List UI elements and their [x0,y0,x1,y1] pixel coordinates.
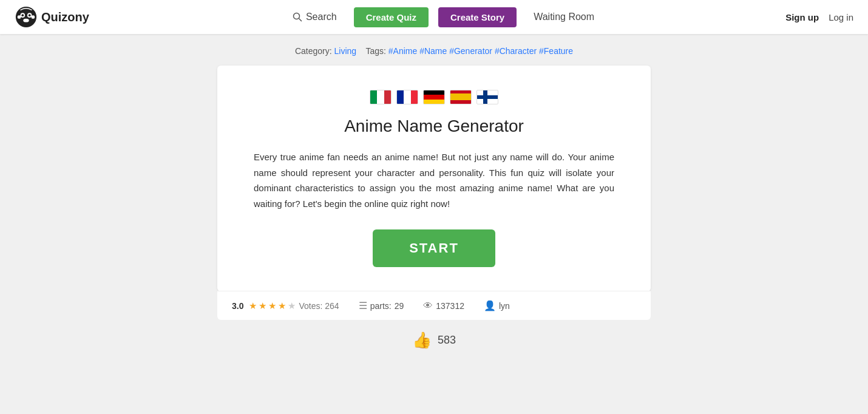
views-item: 👁 137312 [423,300,464,311]
rating-item: 3.0 ★ ★ ★ ★ ★ Votes: 264 [232,300,339,311]
create-story-label: Create Story [450,12,504,22]
svg-point-5 [23,19,29,22]
flag-italy [370,90,392,104]
parts-label: parts: [370,301,392,311]
quiz-card: Anime Name Generator Every true anime fa… [217,66,651,291]
tag-character[interactable]: #Character [495,46,537,56]
flag-germany [423,90,445,104]
flag-spain [450,90,472,104]
votes-text: Votes: 264 [299,301,339,311]
author-name: lyn [499,301,510,311]
category-prefix: Category: [295,46,332,56]
waiting-room-button[interactable]: Waiting Room [526,8,602,26]
search-label: Search [306,12,337,22]
eye-icon: 👁 [423,300,433,311]
star-5: ★ [288,300,296,311]
flags-row [254,90,614,104]
author-item: 👤 lyn [484,300,510,311]
signup-label: Sign up [785,12,819,22]
tag-feature[interactable]: #Feature [539,46,573,56]
svg-point-6 [18,15,21,19]
svg-point-7 [32,15,35,19]
create-story-button[interactable]: Create Story [438,7,517,27]
brand-logo-link[interactable]: Quizony [15,5,89,29]
tag-anime[interactable]: #Anime [388,46,417,56]
main-content: Category: Living Tags: #Anime #Name #Gen… [0,34,868,368]
star-2: ★ [259,300,266,311]
navbar-center: Search Create Quiz Create Story Waiting … [101,7,785,27]
parts-count: 29 [395,301,404,311]
thumbs-up-icon[interactable]: 👍 [412,331,432,350]
start-button[interactable]: START [373,229,495,267]
star-4: ★ [278,300,286,311]
rating-number: 3.0 [232,301,243,311]
category-bar: Category: Living Tags: #Anime #Name #Gen… [295,46,573,56]
waiting-room-label: Waiting Room [534,12,594,22]
list-icon: ☰ [359,300,367,311]
quiz-description: Every true anime fan needs an anime name… [254,149,614,211]
search-button[interactable]: Search [285,8,344,26]
flag-france [396,90,418,104]
star-3: ★ [268,300,276,311]
stats-bar: 3.0 ★ ★ ★ ★ ★ Votes: 264 ☰ parts: 29 👁 1… [217,291,651,320]
navbar: Quizony Search Create Quiz Create Story … [0,0,868,34]
tag-generator[interactable]: #Generator [449,46,492,56]
star-1: ★ [249,300,257,311]
brand-name: Quizony [41,10,89,24]
stars-display: ★ ★ ★ ★ ★ [249,300,296,311]
svg-point-3 [21,14,24,16]
flag-finland [476,90,498,104]
create-quiz-button[interactable]: Create Quiz [354,7,429,27]
search-icon [293,12,302,22]
svg-line-9 [299,19,302,22]
parts-item: ☰ parts: 29 [359,300,404,311]
views-count: 137312 [436,301,464,311]
user-icon: 👤 [484,300,496,311]
signup-button[interactable]: Sign up [785,12,819,22]
likes-count: 583 [438,334,456,347]
category-link[interactable]: Living [334,46,357,56]
login-button[interactable]: Log in [829,12,853,22]
login-label: Log in [829,12,853,22]
navbar-right: Sign up Log in [785,12,853,22]
create-quiz-label: Create Quiz [366,12,416,22]
svg-point-4 [29,14,31,16]
brand-logo-icon [15,5,38,29]
likes-row: 👍 583 [412,331,456,350]
tags-prefix: Tags: [365,46,385,56]
quiz-title: Anime Name Generator [254,117,614,136]
svg-point-8 [293,13,299,19]
tag-name[interactable]: #Name [419,46,447,56]
start-button-wrapper: START [254,229,614,267]
